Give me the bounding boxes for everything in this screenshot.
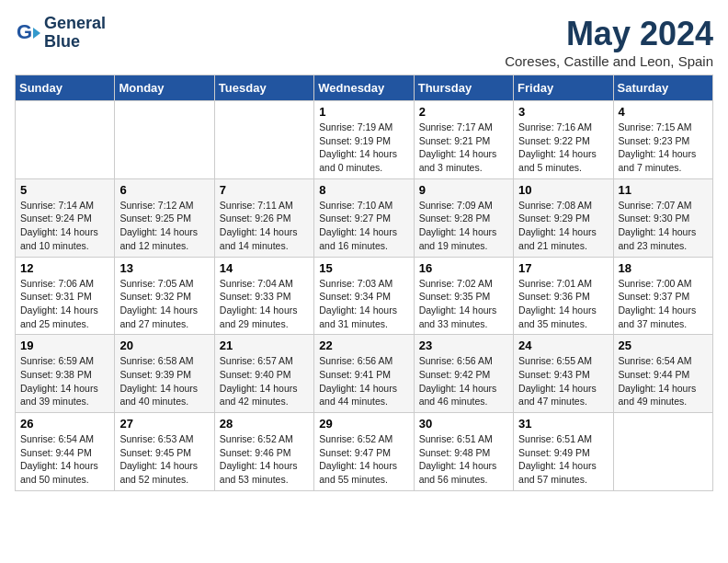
calendar-week-row: 19Sunrise: 6:59 AM Sunset: 9:38 PM Dayli…: [16, 335, 713, 413]
day-info: Sunrise: 7:02 AM Sunset: 9:35 PM Dayligh…: [419, 277, 508, 331]
day-number: 24: [518, 339, 608, 352]
day-number: 18: [619, 261, 708, 275]
calendar-cell: 2Sunrise: 7:17 AM Sunset: 9:21 PM Daylig…: [414, 101, 513, 179]
day-number: 4: [619, 105, 708, 119]
day-info: Sunrise: 7:09 AM Sunset: 9:28 PM Dayligh…: [419, 199, 508, 253]
day-number: 19: [20, 339, 109, 352]
day-number: 16: [419, 261, 508, 275]
day-info: Sunrise: 7:14 AM Sunset: 9:24 PM Dayligh…: [20, 199, 109, 253]
calendar-cell: 14Sunrise: 7:04 AM Sunset: 9:33 PM Dayli…: [214, 257, 313, 335]
day-number: 30: [419, 417, 508, 431]
day-info: Sunrise: 7:10 AM Sunset: 9:27 PM Dayligh…: [319, 199, 408, 253]
calendar-cell: 10Sunrise: 7:08 AM Sunset: 9:29 PM Dayli…: [514, 178, 613, 257]
calendar-cell: 31Sunrise: 6:51 AM Sunset: 9:49 PM Dayli…: [514, 413, 613, 491]
header: G General Blue May 2024 Coreses, Castill…: [15, 15, 713, 69]
weekday-header: Thursday: [414, 75, 513, 101]
logo-text: General Blue: [44, 15, 106, 52]
day-number: 17: [518, 261, 608, 275]
calendar-week-row: 26Sunrise: 6:54 AM Sunset: 9:44 PM Dayli…: [16, 413, 713, 491]
day-info: Sunrise: 6:55 AM Sunset: 9:43 PM Dayligh…: [518, 354, 608, 408]
day-number: 22: [319, 339, 408, 352]
day-number: 2: [419, 105, 508, 119]
day-number: 29: [319, 417, 408, 431]
calendar-cell: 6Sunrise: 7:12 AM Sunset: 9:25 PM Daylig…: [115, 178, 214, 257]
day-info: Sunrise: 6:58 AM Sunset: 9:39 PM Dayligh…: [119, 354, 209, 408]
day-number: 6: [119, 183, 209, 197]
day-number: 9: [419, 183, 508, 197]
day-info: Sunrise: 7:12 AM Sunset: 9:25 PM Dayligh…: [119, 199, 209, 253]
logo: G General Blue: [15, 15, 106, 52]
calendar-cell: 23Sunrise: 6:56 AM Sunset: 9:42 PM Dayli…: [414, 335, 513, 413]
calendar-cell: 7Sunrise: 7:11 AM Sunset: 9:26 PM Daylig…: [214, 178, 313, 257]
calendar-week-row: 5Sunrise: 7:14 AM Sunset: 9:24 PM Daylig…: [16, 178, 713, 257]
day-info: Sunrise: 7:03 AM Sunset: 9:34 PM Dayligh…: [319, 277, 408, 331]
weekday-header: Wednesday: [314, 75, 414, 101]
calendar-cell: 27Sunrise: 6:53 AM Sunset: 9:45 PM Dayli…: [115, 413, 214, 491]
calendar-cell: 15Sunrise: 7:03 AM Sunset: 9:34 PM Dayli…: [314, 257, 414, 335]
day-number: 31: [518, 417, 608, 431]
calendar-cell: [214, 101, 313, 179]
day-number: 27: [119, 417, 209, 431]
day-number: 28: [220, 417, 309, 431]
day-info: Sunrise: 6:51 AM Sunset: 9:48 PM Dayligh…: [419, 432, 508, 487]
day-info: Sunrise: 7:06 AM Sunset: 9:31 PM Dayligh…: [20, 277, 109, 331]
calendar-cell: 26Sunrise: 6:54 AM Sunset: 9:44 PM Dayli…: [16, 413, 115, 491]
day-number: 5: [20, 183, 109, 197]
calendar-cell: [16, 101, 115, 179]
calendar-cell: 4Sunrise: 7:15 AM Sunset: 9:23 PM Daylig…: [613, 101, 712, 179]
day-info: Sunrise: 6:59 AM Sunset: 9:38 PM Dayligh…: [20, 354, 109, 408]
calendar-week-row: 12Sunrise: 7:06 AM Sunset: 9:31 PM Dayli…: [16, 257, 713, 335]
calendar-cell: 17Sunrise: 7:01 AM Sunset: 9:36 PM Dayli…: [514, 257, 613, 335]
logo-line1: General: [44, 15, 106, 33]
day-number: 23: [419, 339, 508, 352]
day-info: Sunrise: 6:57 AM Sunset: 9:40 PM Dayligh…: [220, 354, 309, 408]
calendar-cell: 18Sunrise: 7:00 AM Sunset: 9:37 PM Dayli…: [613, 257, 712, 335]
day-info: Sunrise: 6:53 AM Sunset: 9:45 PM Dayligh…: [119, 432, 209, 487]
day-info: Sunrise: 7:04 AM Sunset: 9:33 PM Dayligh…: [220, 277, 309, 331]
day-info: Sunrise: 7:16 AM Sunset: 9:22 PM Dayligh…: [518, 121, 608, 175]
day-number: 10: [518, 183, 608, 197]
calendar-cell: 11Sunrise: 7:07 AM Sunset: 9:30 PM Dayli…: [613, 178, 712, 257]
day-info: Sunrise: 6:51 AM Sunset: 9:49 PM Dayligh…: [518, 432, 608, 487]
logo-icon: G: [15, 20, 40, 46]
location-title: Coreses, Castille and Leon, Spain: [505, 53, 713, 69]
day-number: 14: [220, 261, 309, 275]
calendar-cell: [115, 101, 214, 179]
day-info: Sunrise: 6:56 AM Sunset: 9:41 PM Dayligh…: [319, 354, 408, 408]
day-number: 11: [619, 183, 708, 197]
calendar-cell: 21Sunrise: 6:57 AM Sunset: 9:40 PM Dayli…: [214, 335, 313, 413]
day-number: 20: [119, 339, 209, 352]
day-number: 13: [119, 261, 209, 275]
calendar-cell: 20Sunrise: 6:58 AM Sunset: 9:39 PM Dayli…: [115, 335, 214, 413]
day-info: Sunrise: 7:17 AM Sunset: 9:21 PM Dayligh…: [419, 121, 508, 175]
day-info: Sunrise: 7:05 AM Sunset: 9:32 PM Dayligh…: [119, 277, 209, 331]
title-block: May 2024 Coreses, Castille and Leon, Spa…: [505, 15, 713, 69]
day-info: Sunrise: 7:01 AM Sunset: 9:36 PM Dayligh…: [518, 277, 608, 331]
calendar-table: SundayMondayTuesdayWednesdayThursdayFrid…: [15, 75, 713, 491]
day-info: Sunrise: 6:52 AM Sunset: 9:47 PM Dayligh…: [319, 432, 408, 487]
calendar-cell: 24Sunrise: 6:55 AM Sunset: 9:43 PM Dayli…: [514, 335, 613, 413]
day-info: Sunrise: 6:56 AM Sunset: 9:42 PM Dayligh…: [419, 354, 508, 408]
day-info: Sunrise: 7:00 AM Sunset: 9:37 PM Dayligh…: [619, 277, 708, 331]
calendar-cell: 30Sunrise: 6:51 AM Sunset: 9:48 PM Dayli…: [414, 413, 513, 491]
day-number: 7: [220, 183, 309, 197]
calendar-cell: [613, 413, 712, 491]
calendar-cell: 3Sunrise: 7:16 AM Sunset: 9:22 PM Daylig…: [514, 101, 613, 179]
day-info: Sunrise: 6:54 AM Sunset: 9:44 PM Dayligh…: [20, 432, 109, 487]
logo-line2: Blue: [44, 33, 106, 52]
day-info: Sunrise: 6:52 AM Sunset: 9:46 PM Dayligh…: [220, 432, 309, 487]
calendar-cell: 29Sunrise: 6:52 AM Sunset: 9:47 PM Dayli…: [314, 413, 414, 491]
weekday-header-row: SundayMondayTuesdayWednesdayThursdayFrid…: [16, 75, 713, 101]
day-number: 21: [220, 339, 309, 352]
day-info: Sunrise: 7:07 AM Sunset: 9:30 PM Dayligh…: [619, 199, 708, 253]
day-info: Sunrise: 6:54 AM Sunset: 9:44 PM Dayligh…: [619, 354, 708, 408]
svg-marker-1: [33, 28, 40, 39]
calendar-cell: 16Sunrise: 7:02 AM Sunset: 9:35 PM Dayli…: [414, 257, 513, 335]
calendar-cell: 1Sunrise: 7:19 AM Sunset: 9:19 PM Daylig…: [314, 101, 414, 179]
calendar-cell: 8Sunrise: 7:10 AM Sunset: 9:27 PM Daylig…: [314, 178, 414, 257]
day-number: 8: [319, 183, 408, 197]
day-number: 12: [20, 261, 109, 275]
day-info: Sunrise: 7:19 AM Sunset: 9:19 PM Dayligh…: [319, 121, 408, 175]
day-number: 1: [319, 105, 408, 119]
weekday-header: Tuesday: [214, 75, 313, 101]
